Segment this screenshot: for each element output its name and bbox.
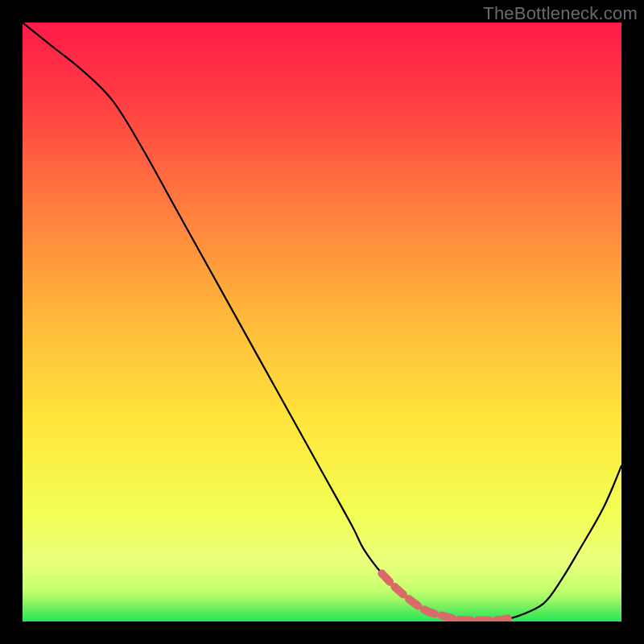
- plot-area: [23, 23, 621, 621]
- chart-svg: [23, 23, 621, 621]
- chart-frame: TheBottleneck.com: [0, 0, 644, 644]
- watermark-text: TheBottleneck.com: [483, 3, 638, 24]
- gradient-background: [23, 23, 621, 621]
